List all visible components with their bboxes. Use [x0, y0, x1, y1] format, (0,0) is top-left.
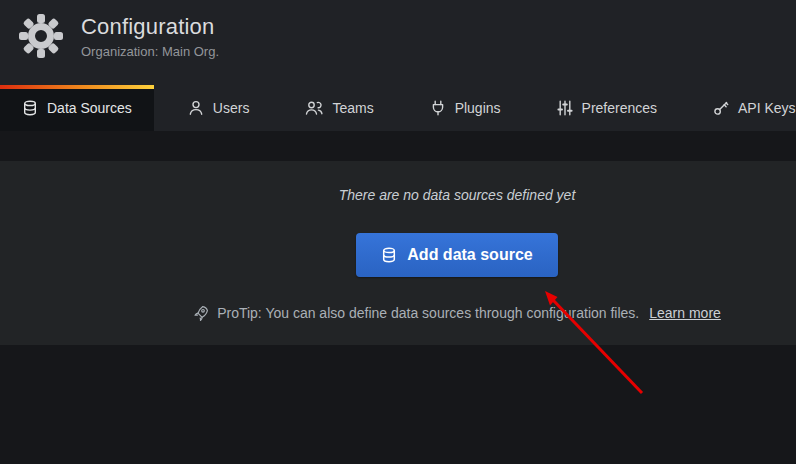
empty-state-message: There are no data sources defined yet [339, 187, 576, 203]
tab-preferences[interactable]: Preferences [535, 85, 679, 131]
database-icon [381, 247, 397, 263]
add-data-source-button[interactable]: Add data source [356, 233, 557, 277]
data-sources-empty-panel: There are no data sources defined yet Ad… [0, 161, 796, 345]
tab-plugins[interactable]: Plugins [408, 85, 523, 131]
tab-label: Plugins [455, 100, 501, 116]
sliders-icon [557, 100, 573, 116]
tab-api-keys[interactable]: API Keys [691, 85, 796, 131]
tab-teams[interactable]: Teams [283, 85, 395, 131]
users-icon [305, 100, 323, 116]
tab-data-sources[interactable]: Data Sources [0, 85, 154, 131]
tab-label: Teams [332, 100, 373, 116]
plug-icon [430, 100, 446, 116]
tab-label: Preferences [582, 100, 657, 116]
gear-icon [17, 12, 65, 60]
tab-users[interactable]: Users [166, 85, 272, 131]
learn-more-link[interactable]: Learn more [649, 305, 721, 321]
tab-label: Data Sources [47, 100, 132, 116]
protip-text: ProTip: You can also define data sources… [217, 305, 639, 321]
user-icon [188, 100, 204, 116]
tab-label: Users [213, 100, 250, 116]
add-button-label: Add data source [407, 246, 532, 264]
page-title: Configuration [81, 14, 219, 40]
rocket-icon [193, 305, 209, 321]
page-subtitle: Organization: Main Org. [81, 44, 219, 59]
database-icon [22, 100, 38, 116]
tab-label: API Keys [738, 100, 796, 116]
config-tabbar: Data Sources Users Teams [0, 85, 796, 131]
key-icon [713, 100, 729, 116]
